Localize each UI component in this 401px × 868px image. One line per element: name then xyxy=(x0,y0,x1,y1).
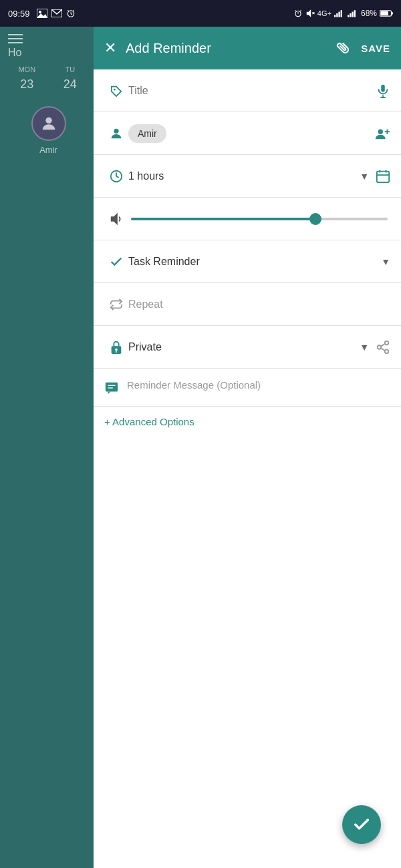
hours-text: 1 hours xyxy=(128,170,360,182)
lock-icon-container xyxy=(104,340,128,355)
svg-rect-23 xyxy=(354,10,356,17)
svg-line-12 xyxy=(300,10,301,11)
svg-point-48 xyxy=(115,348,118,351)
person-icon xyxy=(109,126,124,141)
svg-rect-42 xyxy=(377,171,389,182)
person-chip[interactable]: Amir xyxy=(128,124,166,143)
add-person-button[interactable] xyxy=(374,126,390,141)
person-icon xyxy=(39,114,58,133)
svg-point-36 xyxy=(378,129,383,134)
task-reminder-row: Task Reminder ▼ xyxy=(94,240,401,283)
task-reminder-dropdown[interactable]: ▼ xyxy=(381,256,390,267)
save-button[interactable]: SAVE xyxy=(361,43,390,54)
private-dropdown-arrow[interactable]: ▼ xyxy=(360,342,369,353)
menu-icon xyxy=(8,33,23,44)
tag-icon-container xyxy=(104,85,128,97)
bg-avatar-area: Amir xyxy=(0,106,97,155)
bg-day-tue: TU xyxy=(49,65,92,73)
avatar-name: Amir xyxy=(39,145,57,155)
volume-icon xyxy=(109,212,124,226)
svg-point-50 xyxy=(385,341,389,344)
mic-icon[interactable] xyxy=(376,83,390,98)
calendar-icon[interactable] xyxy=(376,169,390,184)
task-dropdown-arrow[interactable]: ▼ xyxy=(381,256,390,267)
svg-line-11 xyxy=(295,10,296,11)
svg-rect-18 xyxy=(338,12,340,17)
clock-icon-container xyxy=(104,169,128,184)
slider-track[interactable] xyxy=(131,218,388,220)
status-bar: 09:59 4G+ xyxy=(0,0,401,27)
slider-thumb[interactable] xyxy=(309,213,321,225)
dialog-header: ✕ Add Reminder SAVE xyxy=(94,27,401,69)
svg-marker-56 xyxy=(108,392,111,395)
svg-marker-2 xyxy=(37,13,47,18)
time-display: 09:59 xyxy=(8,9,30,19)
confirm-fab[interactable] xyxy=(342,805,381,844)
message-placeholder[interactable]: Reminder Message (Optional) xyxy=(127,379,261,391)
svg-rect-26 xyxy=(380,11,388,15)
status-left: 09:59 xyxy=(8,9,76,19)
image-icon xyxy=(37,9,47,18)
svg-line-41 xyxy=(116,176,119,178)
bg-date-24: 24 xyxy=(49,77,92,91)
alarm-icon xyxy=(66,9,76,18)
volume-icon-container xyxy=(104,212,128,226)
svg-rect-16 xyxy=(334,15,336,17)
share-button[interactable] xyxy=(376,340,390,355)
repeat-text: Repeat xyxy=(128,298,163,310)
volume-slider-container[interactable] xyxy=(128,218,390,220)
repeat-row[interactable]: Repeat xyxy=(94,283,401,326)
dialog-body: Amir 1 hours xyxy=(94,69,401,868)
repeat-content[interactable]: Repeat xyxy=(128,298,390,310)
svg-line-8 xyxy=(72,10,74,11)
clock-icon xyxy=(109,169,124,184)
hours-content[interactable]: 1 hours xyxy=(128,170,360,182)
add-person-icon[interactable] xyxy=(374,126,390,141)
svg-rect-22 xyxy=(352,12,353,17)
svg-line-7 xyxy=(68,10,69,11)
fab-check-icon xyxy=(352,815,371,834)
title-row xyxy=(94,69,401,112)
bg-dates-row: 23 24 xyxy=(0,76,97,93)
checkmark-icon xyxy=(109,254,124,269)
attach-icon[interactable] xyxy=(332,37,355,59)
bg-header-label: Ho xyxy=(0,27,97,63)
private-content[interactable]: Private ▼ xyxy=(128,341,376,353)
advanced-options-link[interactable]: + Advanced Options xyxy=(94,407,401,437)
volume-row xyxy=(94,198,401,240)
svg-rect-19 xyxy=(341,10,342,17)
svg-rect-25 xyxy=(392,12,394,14)
volume-slider[interactable] xyxy=(128,218,390,220)
message-icon xyxy=(104,381,119,395)
svg-marker-46 xyxy=(111,212,118,224)
title-input-container[interactable] xyxy=(128,85,376,97)
message-icon-container xyxy=(104,381,119,395)
repeat-icon xyxy=(109,298,124,311)
dialog-title: Add Reminder xyxy=(126,41,336,56)
tag-icon xyxy=(110,85,123,97)
hours-dropdown-arrow[interactable]: ▼ xyxy=(360,171,369,182)
task-reminder-text: Task Reminder xyxy=(128,256,381,268)
svg-line-6 xyxy=(71,14,72,15)
svg-point-30 xyxy=(45,118,51,124)
private-row: Private ▼ xyxy=(94,326,401,369)
hours-row: 1 hours ▼ xyxy=(94,155,401,198)
signal-icon xyxy=(334,9,345,17)
mic-button[interactable] xyxy=(376,83,390,98)
message-row: Reminder Message (Optional) xyxy=(94,369,401,407)
mail-icon xyxy=(51,9,62,17)
share-icon[interactable] xyxy=(376,340,390,355)
avatar xyxy=(31,106,66,141)
status-right: 4G+ 68% xyxy=(293,9,393,18)
person-chip-container: Amir xyxy=(128,124,374,143)
task-reminder-content[interactable]: Task Reminder xyxy=(128,256,381,268)
close-button[interactable]: ✕ xyxy=(104,41,116,55)
bg-date-23: 23 xyxy=(5,77,49,91)
network-label: 4G+ xyxy=(317,9,331,17)
private-text: Private xyxy=(128,341,360,353)
person-icon-container xyxy=(104,126,128,141)
svg-rect-55 xyxy=(106,383,118,392)
battery-pct: 68% xyxy=(361,9,377,18)
bg-month-label: Ho xyxy=(8,47,89,59)
title-input[interactable] xyxy=(128,85,376,97)
